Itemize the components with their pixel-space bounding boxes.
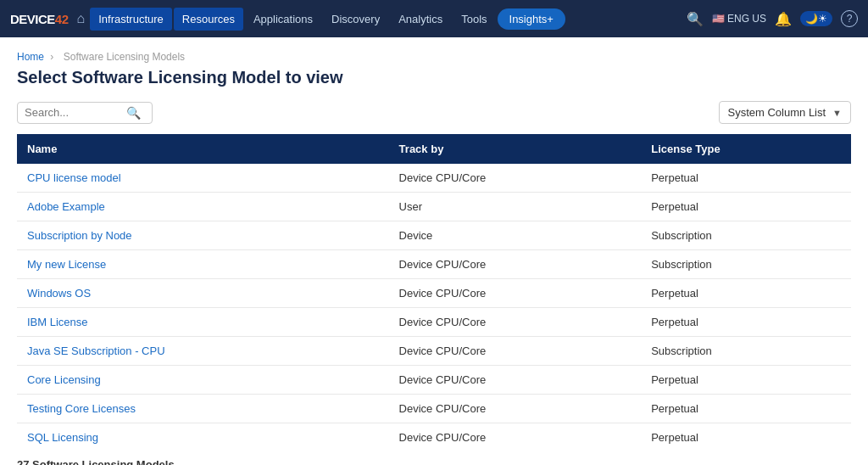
license-model-link[interactable]: IBM License (27, 316, 88, 328)
cell-name: IBM License (17, 308, 389, 337)
nav-item-infrastructure[interactable]: Infrastructure (90, 8, 172, 31)
license-model-link[interactable]: My new License (27, 258, 106, 271)
nav-item-tools[interactable]: Tools (453, 8, 495, 31)
main-content: Home › Software Licensing Models Select … (0, 37, 868, 465)
license-models-table: Name Track by License Type CPU license m… (17, 134, 851, 448)
table-header: Name Track by License Type (17, 134, 851, 164)
breadcrumb: Home › Software Licensing Models (17, 51, 851, 63)
table-body: CPU license modelDevice CPU/CorePerpetua… (17, 164, 851, 448)
cell-name: Windows OS (17, 279, 389, 308)
column-list-label: System Column List (728, 106, 826, 119)
table-row: Windows OSDevice CPU/CorePerpetual (17, 279, 851, 308)
license-model-link[interactable]: Java SE Subscription - CPU (27, 345, 165, 357)
cell-name: Testing Core Licenses (17, 395, 389, 423)
cell-track-by: Device CPU/Core (389, 308, 642, 337)
cell-name: Adobe Example (17, 193, 389, 221)
search-icon[interactable]: 🔍 (687, 11, 704, 27)
cell-track-by: Device (389, 221, 642, 250)
license-model-link[interactable]: CPU license model (27, 171, 121, 184)
license-model-link[interactable]: Adobe Example (27, 200, 105, 213)
cell-license-type: Perpetual (641, 395, 851, 423)
help-icon[interactable]: ? (841, 10, 858, 27)
cell-license-type: Subscription (641, 221, 851, 250)
cell-track-by: Device CPU/Core (389, 164, 642, 193)
column-header-track-by: Track by (389, 134, 642, 164)
table-row: SQL LicensingDevice CPU/CorePerpetual (17, 423, 851, 449)
cell-name: SQL Licensing (17, 423, 389, 449)
cell-license-type: Perpetual (641, 279, 851, 308)
cell-license-type: Perpetual (641, 366, 851, 395)
column-list-dropdown[interactable]: System Column List ▼ (719, 101, 851, 124)
nav-item-discovery[interactable]: Discovery (323, 8, 388, 31)
cell-track-by: Device CPU/Core (389, 279, 642, 308)
table-container: Name Track by License Type CPU license m… (17, 134, 851, 448)
chevron-down-icon: ▼ (832, 108, 842, 118)
language-selector[interactable]: 🇺🇸 ENG US (712, 13, 766, 25)
license-model-link[interactable]: Core Licensing (27, 373, 101, 386)
license-model-link[interactable]: Subscription by Node (27, 229, 132, 242)
footer-count: 27 Software Licensing Models (17, 458, 851, 465)
license-model-link[interactable]: SQL Licensing (27, 431, 98, 444)
cell-license-type: Perpetual (641, 193, 851, 221)
cell-license-type: Perpetual (641, 164, 851, 193)
notification-bell-icon[interactable]: 🔔 (775, 11, 792, 27)
page-title: Select Software Licensing Model to view (17, 68, 851, 87)
cell-track-by: Device CPU/Core (389, 366, 642, 395)
cell-name: Core Licensing (17, 366, 389, 395)
nav-icons-group: 🔍 🇺🇸 ENG US 🔔 🌙☀ ? (687, 10, 858, 27)
search-box[interactable]: 🔍 (17, 102, 153, 124)
app-logo[interactable]: DEVICE42 (10, 12, 69, 26)
cell-license-type: Perpetual (641, 308, 851, 337)
cell-name: Java SE Subscription - CPU (17, 337, 389, 366)
license-model-link[interactable]: Testing Core Licenses (27, 402, 136, 415)
cell-track-by: Device CPU/Core (389, 423, 642, 449)
table-row: My new LicenseDevice CPU/CoreSubscriptio… (17, 250, 851, 279)
breadcrumb-home[interactable]: Home (17, 51, 44, 63)
nav-item-analytics[interactable]: Analytics (390, 8, 451, 31)
table-row: Core LicensingDevice CPU/CorePerpetual (17, 366, 851, 395)
search-input[interactable] (25, 106, 126, 119)
cell-name: Subscription by Node (17, 221, 389, 250)
theme-toggle[interactable]: 🌙☀ (800, 11, 832, 26)
nav-item-resources[interactable]: Resources (174, 8, 243, 31)
nav-item-insights[interactable]: Insights+ (498, 8, 565, 30)
cell-track-by: User (389, 193, 642, 221)
table-row: Adobe ExampleUserPerpetual (17, 193, 851, 221)
column-header-license-type: License Type (641, 134, 851, 164)
nav-item-applications[interactable]: Applications (245, 8, 321, 31)
breadcrumb-current: Software Licensing Models (64, 51, 185, 63)
search-magnifier-icon: 🔍 (126, 106, 141, 120)
table-row: IBM LicenseDevice CPU/CorePerpetual (17, 308, 851, 337)
cell-track-by: Device CPU/Core (389, 395, 642, 423)
table-row: Subscription by NodeDeviceSubscription (17, 221, 851, 250)
table-row: Testing Core LicensesDevice CPU/CorePerp… (17, 395, 851, 423)
cell-name: My new License (17, 250, 389, 279)
table-row: Java SE Subscription - CPUDevice CPU/Cor… (17, 337, 851, 366)
cell-track-by: Device CPU/Core (389, 337, 642, 366)
navbar: DEVICE42 ⌂ Infrastructure Resources Appl… (0, 0, 868, 37)
cell-license-type: Subscription (641, 250, 851, 279)
column-header-name: Name (17, 134, 389, 164)
table-row: CPU license modelDevice CPU/CorePerpetua… (17, 164, 851, 193)
breadcrumb-separator: › (50, 51, 53, 63)
cell-license-type: Subscription (641, 337, 851, 366)
license-model-link[interactable]: Windows OS (27, 287, 91, 300)
cell-track-by: Device CPU/Core (389, 250, 642, 279)
cell-name: CPU license model (17, 164, 389, 193)
cell-license-type: Perpetual (641, 423, 851, 449)
toolbar: 🔍 System Column List ▼ (17, 101, 851, 124)
home-icon[interactable]: ⌂ (77, 11, 86, 26)
